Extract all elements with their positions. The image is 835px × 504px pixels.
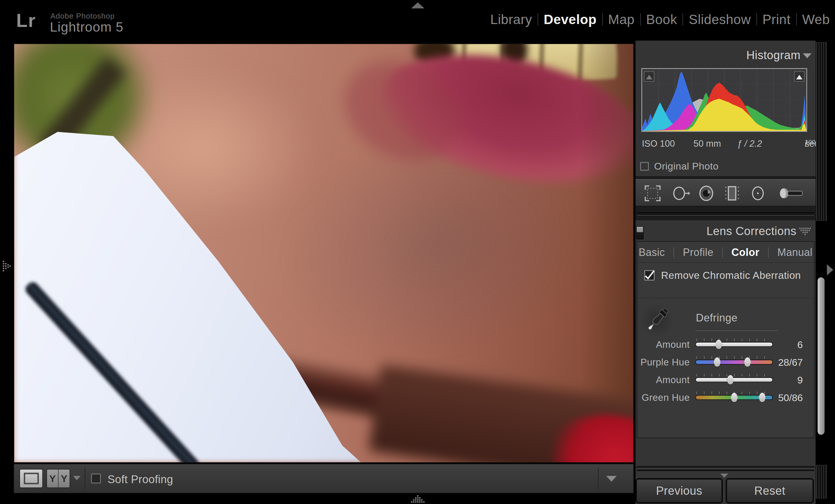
slider-ticks <box>696 374 772 377</box>
tab-manual[interactable]: Manual <box>777 246 812 258</box>
slider-track[interactable] <box>695 360 773 364</box>
tool-strip <box>635 179 816 206</box>
slider-track[interactable] <box>695 377 773 382</box>
right-edge-grip <box>816 465 827 499</box>
original-photo-label: Original Photo <box>654 161 718 172</box>
slider[interactable] <box>695 371 773 388</box>
nav-item-web[interactable]: Web <box>802 12 830 27</box>
slider-row-green-hue-3: Green Hue50/86 <box>637 388 814 406</box>
shadow-clipping-icon <box>646 75 652 79</box>
loupe-icon <box>24 473 39 484</box>
soft-proofing-checkbox[interactable] <box>91 474 101 483</box>
spot-removal-tool[interactable] <box>671 180 691 207</box>
left-panel-reveal-icon[interactable] <box>2 260 11 273</box>
nav-separator <box>602 13 603 25</box>
original-photo-row: Original Photo <box>640 161 718 172</box>
original-photo-checkbox[interactable] <box>640 162 649 171</box>
eyedropper-icon <box>643 305 671 335</box>
crop-overlay-tool[interactable] <box>643 180 663 207</box>
exif-aperture: ƒ / 2.2 <box>737 139 762 149</box>
slider-row-amount-2: Amount9 <box>637 371 814 388</box>
slider[interactable] <box>695 388 773 406</box>
brand-line-lightroom: Lightroom 5 <box>50 19 123 35</box>
slider-value: 50/86 <box>778 392 803 403</box>
tab-separator <box>673 247 674 258</box>
histogram-chart[interactable] <box>641 68 807 132</box>
slider-ticks <box>696 338 772 341</box>
slider-label: Amount <box>656 375 690 385</box>
histogram-collapse-icon[interactable] <box>803 53 812 58</box>
remove-ca-checkbox[interactable] <box>644 270 655 280</box>
before-after-left-icon: Y <box>47 469 58 487</box>
right-edge-grip <box>816 42 827 221</box>
panel-separator <box>637 212 814 216</box>
graduated-filter-tool[interactable] <box>724 180 741 207</box>
lens-corrections-expand-icon[interactable] <box>799 227 811 236</box>
nav-separator <box>640 13 641 25</box>
defringe-underline <box>695 330 778 331</box>
right-panel-reveal-icon[interactable] <box>827 264 833 275</box>
filmstrip-reveal-icon[interactable] <box>410 495 425 503</box>
buttons-collapse-icon[interactable] <box>720 474 728 478</box>
defringe-sliders: Amount6Purple Hue28/67Amount9Green Hue50… <box>637 335 814 406</box>
panel-separator <box>637 466 814 473</box>
nav-item-slideshow[interactable]: Slideshow <box>689 12 751 27</box>
tabs-divider <box>637 262 814 264</box>
nav-item-print[interactable]: Print <box>762 12 791 27</box>
histogram-title: Histogram <box>746 49 800 62</box>
defringe-title: Defringe <box>696 312 738 324</box>
lens-corrections-title[interactable]: Lens Corrections <box>707 225 796 238</box>
lightroom-logo: Lr <box>16 10 36 31</box>
remove-ca-row: Remove Chromatic Aberration <box>644 270 801 281</box>
highlight-clipping-icon <box>796 75 802 79</box>
adjustment-brush-tool[interactable] <box>776 180 806 207</box>
tab-separator <box>768 247 769 258</box>
slider-ticks <box>696 356 772 359</box>
tab-basic[interactable]: Basic <box>639 246 665 258</box>
slider-value: 6 <box>797 339 803 350</box>
top-bar: Lr Adobe Photoshop Lightroom 5 LibraryDe… <box>0 0 835 39</box>
slider-label: Green Hue <box>641 392 690 403</box>
module-picker: LibraryDevelopMapBookSlideshowPrintWeb <box>490 0 830 39</box>
develop-right-panel: Histogram ISO 100 50 mm ƒ / 2.2 1/1000 s… <box>635 41 816 504</box>
red-eye-correction-tool[interactable] <box>697 180 716 207</box>
lens-corrections-tabs: BasicProfileColorManual <box>637 246 814 259</box>
fringe-color-selector[interactable] <box>641 302 673 337</box>
slider-track[interactable] <box>695 342 773 347</box>
slider[interactable] <box>695 335 773 353</box>
lens-corrections-toggle[interactable] <box>636 226 644 239</box>
nav-item-book[interactable]: Book <box>646 12 677 27</box>
reset-button[interactable]: Reset <box>726 479 813 503</box>
toolbar-divider <box>85 468 86 490</box>
nav-item-map[interactable]: Map <box>608 12 635 27</box>
loupe-view-button[interactable] <box>19 469 43 488</box>
top-panel-reveal-icon[interactable] <box>411 2 425 8</box>
shadow-clipping-indicator[interactable] <box>644 71 654 82</box>
radial-filter-tool[interactable] <box>750 180 766 207</box>
divider <box>637 298 814 299</box>
slider[interactable] <box>695 353 773 371</box>
remove-ca-label: Remove Chromatic Aberration <box>661 270 801 281</box>
before-after-view-button[interactable]: Y Y <box>46 469 70 488</box>
nav-separator <box>796 13 797 25</box>
histogram-section: Histogram ISO 100 50 mm ƒ / 2.2 1/1000 s… <box>635 41 816 177</box>
lens-corrections-panel: Lens Corrections BasicProfileColorManual… <box>635 220 816 467</box>
slider-label: Purple Hue <box>640 357 690 368</box>
soft-proofing-label: Soft Proofing <box>107 473 173 486</box>
nav-item-develop[interactable]: Develop <box>544 12 596 27</box>
slider-value: 28/67 <box>778 357 803 368</box>
previous-button[interactable]: Previous <box>636 479 722 503</box>
toolbar-divider <box>598 468 599 490</box>
panel-scrollbar[interactable] <box>818 277 824 435</box>
toolbar-content-dropdown-icon[interactable] <box>606 476 617 482</box>
slider-label: Amount <box>656 339 690 350</box>
develop-toolbar: Y Y Soft Proofing <box>14 464 634 493</box>
nav-separator <box>683 13 683 25</box>
before-after-dropdown-icon[interactable] <box>73 476 81 480</box>
photo-canvas[interactable] <box>14 43 634 463</box>
exif-info-row: ISO 100 50 mm ƒ / 2.2 1/1000 sec <box>642 139 807 149</box>
tab-profile[interactable]: Profile <box>683 246 714 258</box>
tab-color[interactable]: Color <box>732 246 760 258</box>
nav-item-library[interactable]: Library <box>490 12 532 27</box>
highlight-clipping-indicator[interactable] <box>794 71 805 82</box>
